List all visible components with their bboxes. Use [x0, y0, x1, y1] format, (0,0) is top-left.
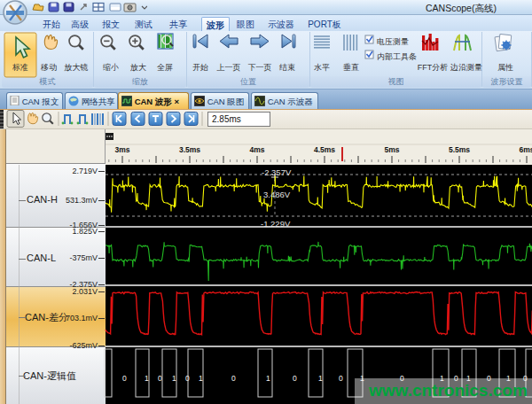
svg-text:0: 0	[339, 374, 343, 383]
svg-text:0: 0	[158, 374, 162, 383]
svg-text:0: 0	[293, 374, 297, 383]
svg-text:1: 1	[145, 374, 149, 383]
svg-text:0: 0	[231, 374, 236, 383]
svg-text:0: 0	[185, 374, 190, 383]
svg-text:0: 0	[122, 374, 127, 383]
svg-text:1: 1	[266, 374, 270, 383]
svg-text:1: 1	[172, 374, 176, 383]
svg-text:1: 1	[318, 374, 323, 383]
svg-text:1: 1	[199, 374, 203, 383]
